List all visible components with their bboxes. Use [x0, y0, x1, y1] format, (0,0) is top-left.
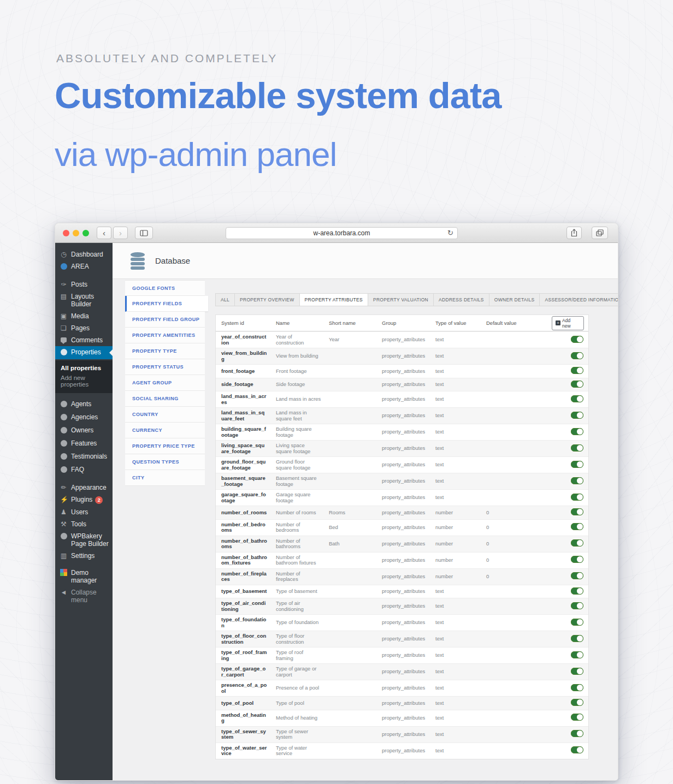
sidebar-item-appearance[interactable]: ✏Appearance: [55, 482, 113, 494]
enabled-toggle[interactable]: [571, 444, 583, 452]
refresh-icon[interactable]: ↻: [447, 229, 453, 237]
close-window-button[interactable]: [63, 230, 69, 236]
enabled-toggle[interactable]: [571, 602, 583, 609]
sidebar-item-properties[interactable]: Properties: [55, 346, 113, 359]
nav-item-question-types[interactable]: QUESTION TYPES: [125, 454, 205, 470]
tab-property-attributes[interactable]: PROPERTY ATTRIBUTES: [299, 293, 368, 306]
sidebar-item-area[interactable]: AREA: [55, 260, 113, 274]
zoom-window-button[interactable]: [82, 230, 89, 236]
sidebar-item-users[interactable]: ♟Users: [55, 506, 113, 518]
enabled-toggle[interactable]: [571, 428, 583, 435]
table-header-row: System id Name Short name Group Type of …: [216, 315, 588, 331]
sidebar-item-owners[interactable]: Owners: [55, 424, 113, 437]
enabled-toggle[interactable]: [571, 651, 583, 658]
nav-item-property-amentities[interactable]: PROPERTY AMENTITIES: [125, 328, 205, 343]
enabled-toggle[interactable]: [571, 556, 583, 563]
enabled-toggle[interactable]: [571, 635, 583, 642]
tab-assessor-deed-information[interactable]: ASSESSOR/DEED INFORMATION: [539, 293, 618, 306]
sidebar-item-agents[interactable]: Agents: [55, 398, 113, 411]
cell-group: property_attributes: [382, 685, 435, 691]
tab-property-valuation[interactable]: PROPERTY VALUATION: [368, 293, 434, 306]
sidebar-item-collapse-menu[interactable]: ◄Collapse menu: [55, 586, 113, 606]
enabled-toggle[interactable]: [571, 395, 583, 402]
sidebar-item-tools[interactable]: ⚒Tools: [55, 518, 113, 530]
enabled-toggle[interactable]: [571, 684, 583, 691]
enabled-toggle[interactable]: [571, 539, 583, 547]
sidebar-item-demo-manager[interactable]: Demo manager: [55, 567, 113, 586]
agents-icon: [60, 400, 67, 409]
tab-address-details[interactable]: ADDRESS DETAILS: [433, 293, 489, 306]
enabled-toggle[interactable]: [571, 367, 583, 374]
enabled-toggle[interactable]: [571, 352, 583, 359]
cell-type-of-value: text: [435, 715, 486, 721]
toggle-cell: [571, 477, 583, 486]
forward-icon: ›: [119, 229, 122, 237]
toggle-cell: [571, 508, 583, 517]
sidebar-item-comments[interactable]: Comments: [55, 334, 113, 346]
sidebar-item-layouts-builder[interactable]: ▤Layouts Builder: [55, 290, 113, 310]
nav-item-city[interactable]: CITY: [125, 470, 205, 486]
tab-all[interactable]: ALL: [215, 293, 235, 306]
submenu-item-all-properties[interactable]: All properties: [55, 363, 113, 373]
add-new-button[interactable]: + Add new: [552, 316, 584, 330]
enabled-toggle[interactable]: [571, 587, 583, 595]
sidebar-item-features[interactable]: Features: [55, 437, 113, 450]
cell-name: Number of bathroom fixtures: [276, 555, 329, 566]
tab-owner-details[interactable]: OWNER DETAILS: [489, 293, 540, 306]
cell-system-id: type_of_garage_or_carport: [221, 666, 276, 678]
enabled-toggle[interactable]: [571, 508, 583, 515]
enabled-toggle[interactable]: [571, 412, 583, 419]
cell-name: Type of roof framing: [276, 650, 329, 661]
nav-item-agent-group[interactable]: AGENT GROUP: [125, 375, 205, 391]
sidebar-item-label: WPBakery Page Builder: [71, 532, 109, 548]
nav-item-property-price-type[interactable]: PROPERTY PRICE TYPE: [125, 438, 205, 454]
show-tabs-button[interactable]: [592, 227, 608, 239]
minimize-window-button[interactable]: [73, 230, 79, 236]
enabled-toggle[interactable]: [571, 668, 583, 675]
cell-group: property_attributes: [382, 478, 435, 484]
nav-item-currency[interactable]: CURRENCY: [125, 423, 205, 438]
enabled-toggle[interactable]: [571, 523, 583, 530]
toggle-knob: [577, 652, 583, 658]
submenu-item-add-new-properties[interactable]: Add new properties: [55, 373, 113, 389]
sidebar-item-media[interactable]: ▣Media: [55, 310, 113, 322]
table-row: year_of_constructionYear of construction…: [216, 331, 588, 348]
sidebar-item-faq[interactable]: FAQ: [55, 464, 113, 477]
nav-item-google-fonts[interactable]: GOOGLE FONTS: [125, 280, 205, 296]
enabled-toggle[interactable]: [571, 336, 583, 343]
enabled-toggle[interactable]: [571, 381, 583, 388]
nav-item-property-field-group[interactable]: PROPERTY FIELD GROUP: [125, 312, 205, 328]
cell-system-id: type_of_foundation: [221, 617, 276, 628]
sidebar-item-wpbakery-page-builder[interactable]: WPBakery Page Builder: [55, 530, 113, 550]
appearance-icon: ✏: [60, 484, 67, 491]
forward-button[interactable]: ›: [113, 227, 128, 239]
nav-item-property-status[interactable]: PROPERTY STATUS: [125, 359, 205, 375]
enabled-toggle[interactable]: [571, 730, 583, 737]
nav-item-property-fields[interactable]: PROPERTY FIELDS: [125, 296, 208, 312]
share-button[interactable]: [566, 227, 582, 239]
sidebar-item-dashboard[interactable]: ◷Dashboard: [55, 248, 113, 260]
address-bar[interactable]: w-area.torbara.com ↻: [226, 227, 458, 239]
enabled-toggle[interactable]: [571, 477, 583, 484]
sidebar-item-testimonials[interactable]: Testimonials: [55, 450, 113, 464]
nav-item-country[interactable]: COUNTRY: [125, 407, 205, 423]
enabled-toggle[interactable]: [571, 494, 583, 501]
sidebar-toggle-button[interactable]: [135, 227, 153, 239]
back-button[interactable]: ‹: [97, 227, 111, 239]
enabled-toggle[interactable]: [571, 746, 583, 753]
sidebar-item-settings[interactable]: ▥Settings: [55, 550, 113, 562]
table-row: number_of_bathroomsNumber of bathroomsBa…: [216, 536, 588, 552]
tab-property-overview[interactable]: PROPERTY OVERVIEW: [234, 293, 300, 306]
sidebar-item-plugins[interactable]: ⚡Plugins2: [55, 494, 113, 506]
enabled-toggle[interactable]: [571, 699, 583, 706]
enabled-toggle[interactable]: [571, 461, 583, 468]
sidebar-item-agencies[interactable]: Agencies: [55, 411, 113, 424]
nav-item-property-type[interactable]: PROPERTY TYPE: [125, 343, 205, 359]
nav-item-social-sharing[interactable]: SOCIAL SHARING: [125, 391, 205, 407]
cell-type-of-value: text: [435, 589, 486, 595]
sidebar-item-posts[interactable]: ✑Posts: [55, 278, 113, 290]
enabled-toggle[interactable]: [571, 714, 583, 721]
sidebar-item-pages[interactable]: ❏Pages: [55, 322, 113, 334]
enabled-toggle[interactable]: [571, 619, 583, 626]
enabled-toggle[interactable]: [571, 572, 583, 579]
